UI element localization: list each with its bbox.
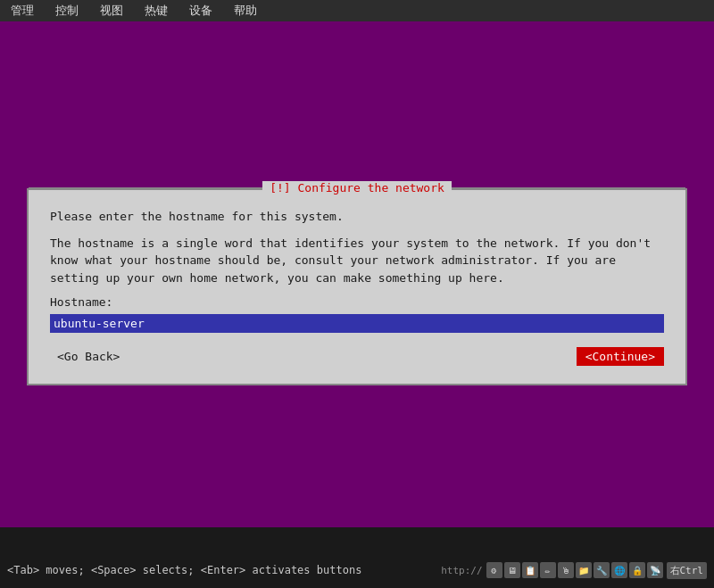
taskbar-icon-4[interactable]: ✏ bbox=[540, 562, 556, 578]
dialog-title: [!] Configure the network bbox=[262, 181, 452, 195]
title-line-left bbox=[29, 187, 262, 188]
hostname-input-row bbox=[50, 314, 664, 333]
title-line-right bbox=[452, 187, 685, 188]
black-bar bbox=[0, 527, 714, 552]
button-row: <Go Back> <Continue> bbox=[50, 347, 664, 369]
menu-manage[interactable]: 管理 bbox=[7, 1, 37, 21]
taskbar-icon-9[interactable]: 🔒 bbox=[629, 562, 645, 578]
menu-devices[interactable]: 设备 bbox=[186, 1, 216, 21]
menubar: 管理 控制 视图 热键 设备 帮助 bbox=[0, 0, 714, 21]
dialog-title-bar: [!] Configure the network bbox=[29, 181, 685, 195]
taskbar-icon-6[interactable]: 📁 bbox=[576, 562, 592, 578]
taskbar-icon-7[interactable]: 🔧 bbox=[594, 562, 610, 578]
menu-control[interactable]: 控制 bbox=[52, 1, 82, 21]
url-partial: http:// bbox=[441, 565, 482, 576]
go-back-button[interactable]: <Go Back> bbox=[50, 348, 127, 365]
hostname-input[interactable] bbox=[50, 314, 664, 333]
taskbar-icon-2[interactable]: 🖥 bbox=[504, 562, 520, 578]
intro-text: Please enter the hostname for this syste… bbox=[50, 208, 664, 226]
status-right: http:// ⚙ 🖥 📋 ✏ 🖱 📁 🔧 🌐 🔒 📡 右Ctrl bbox=[441, 562, 707, 579]
main-area: [!] Configure the network Please enter t… bbox=[0, 21, 714, 552]
taskbar-icon-10[interactable]: 📡 bbox=[647, 562, 663, 578]
taskbar-icon-3[interactable]: 📋 bbox=[522, 562, 538, 578]
taskbar-icon-1[interactable]: ⚙ bbox=[486, 562, 502, 578]
menu-view[interactable]: 视图 bbox=[96, 1, 127, 21]
status-bar: <Tab> moves; <Space> selects; <Enter> ac… bbox=[0, 552, 714, 588]
taskbar-icon-8[interactable]: 🌐 bbox=[611, 562, 627, 578]
description-text: The hostname is a single word that ident… bbox=[50, 235, 664, 287]
taskbar-icons: ⚙ 🖥 📋 ✏ 🖱 📁 🔧 🌐 🔒 📡 bbox=[486, 562, 663, 578]
ctrl-label: 右Ctrl bbox=[667, 562, 708, 579]
hostname-label: Hostname: bbox=[50, 295, 664, 309]
menu-hotkeys[interactable]: 热键 bbox=[141, 1, 171, 21]
keyboard-hint: <Tab> moves; <Space> selects; <Enter> ac… bbox=[7, 564, 361, 576]
menu-help[interactable]: 帮助 bbox=[230, 1, 261, 21]
configure-network-dialog: [!] Configure the network Please enter t… bbox=[27, 188, 687, 385]
dialog-content: Please enter the hostname for this syste… bbox=[29, 190, 685, 384]
taskbar-icon-5[interactable]: 🖱 bbox=[558, 562, 574, 578]
continue-button[interactable]: <Continue> bbox=[577, 347, 664, 366]
